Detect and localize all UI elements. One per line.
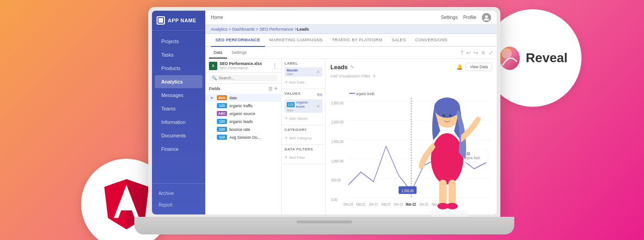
sub-tab-settings[interactable]: Settings: [227, 47, 252, 58]
sidebar-item-archive[interactable]: Archive: [152, 188, 205, 199]
file-sub: SEO Performance: [220, 66, 270, 70]
file-info: SEO Performance.xlsx SEO Performance: [220, 61, 270, 70]
maximize-icon[interactable]: ⤢: [488, 50, 493, 56]
add-category-button[interactable]: + Add Category: [284, 134, 322, 142]
add-values-button[interactable]: + Add Values: [284, 114, 322, 123]
svg-text:Mar-21: Mar-21: [356, 202, 366, 207]
fields-title: Fields: [209, 86, 221, 91]
field-item-bounce-rate[interactable]: 123 bounce rate: [205, 125, 281, 133]
fields-filter-icon[interactable]: ☰: [268, 86, 272, 91]
viz-config-panel: LABEL Month date ✕: [282, 59, 326, 214]
field-name-bounce-rate: bounce rate: [229, 127, 250, 132]
field-item-organic-traffic[interactable]: 123 organic traffic: [205, 102, 281, 110]
svg-text:0.00: 0.00: [331, 197, 337, 202]
svg-point-43: [447, 203, 458, 209]
field-name-avg-session: Avg Session Du...: [229, 135, 260, 140]
filter-text: Add Visualization Filter: [330, 74, 370, 78]
data-file-header: X SEO Performance.xlsx SEO Performance ⋮: [205, 59, 281, 73]
field-item-organic-leads[interactable]: 123 organic leads: [205, 117, 281, 125]
viz-label-section: LABEL Month date ✕: [282, 59, 325, 89]
chart-title: Leads: [330, 64, 348, 71]
fields-section-header: Fields ☰ +: [205, 84, 281, 94]
sidebar-item-analytics[interactable]: Analytics: [155, 75, 202, 88]
svg-text:Dec-21: Dec-21: [394, 202, 403, 207]
viz-label-field-remove[interactable]: ✕: [316, 70, 320, 74]
sidebar-item-finance[interactable]: Finance: [155, 143, 202, 156]
field-item-organic-source[interactable]: ABC organic source: [205, 110, 281, 117]
field-type-num: 123: [217, 119, 227, 124]
svg-text:2,500.00: 2,500.00: [331, 100, 344, 105]
svg-point-45: [442, 114, 445, 117]
search-bar: 🔍: [205, 73, 281, 84]
viz-label-field[interactable]: Month date ✕: [284, 67, 322, 77]
excel-icon: X: [209, 62, 217, 70]
svg-text:Sep-21: Sep-21: [381, 202, 391, 207]
svg-point-37: [431, 133, 463, 184]
svg-point-5: [502, 48, 512, 58]
values-field-name: organic leads: [296, 100, 316, 109]
sidebar-item-teams[interactable]: Teams: [155, 102, 202, 115]
file-name: SEO Performance.xlsx: [220, 61, 270, 66]
svg-point-6: [485, 15, 488, 18]
chart-title-edit-icon[interactable]: ✎: [350, 65, 354, 70]
field-item-date[interactable]: ▶ date date: [205, 94, 281, 102]
user-avatar[interactable]: [482, 13, 491, 22]
breadcrumb-path: Analytics > Dashboards > SEO Performance…: [211, 27, 297, 32]
filter-add-button[interactable]: +: [373, 73, 376, 79]
settings-link[interactable]: Settings: [441, 15, 458, 20]
field-expand-arrow: ▶: [211, 96, 215, 100]
tab-marketing-campaigns[interactable]: MARKETING CAMPAIGNS: [265, 34, 328, 47]
sidebar-item-documents[interactable]: Documents: [155, 129, 202, 142]
field-item-avg-session[interactable]: 123 Avg Session Du...: [205, 133, 281, 141]
app-logo-icon: [157, 16, 165, 25]
close-icon[interactable]: ✕: [481, 50, 486, 56]
svg-point-39: [434, 97, 460, 118]
help-icon[interactable]: ?: [460, 50, 463, 56]
fields-list: ▶ date date 123 organic traffic: [205, 94, 281, 214]
svg-text:Dec-20: Dec-20: [344, 202, 354, 207]
sidebar-item-tasks[interactable]: Tasks: [155, 48, 202, 61]
reveal-logo-icon: [498, 45, 521, 71]
character-illustration: [408, 66, 486, 224]
svg-rect-41: [448, 180, 456, 205]
home-link[interactable]: Home: [211, 15, 223, 20]
search-input[interactable]: [219, 76, 275, 80]
viz-filters-section: DATA FILTERS + Add Filter: [282, 145, 325, 164]
svg-text:organic leads: organic leads: [356, 91, 374, 97]
values-field-remove[interactable]: ✕: [316, 104, 320, 109]
sidebar-item-report[interactable]: Report: [152, 199, 205, 211]
top-nav-left: Home: [211, 15, 223, 20]
sidebar-item-information[interactable]: Information: [155, 116, 202, 129]
add-filter-button[interactable]: + Add Filter: [284, 153, 322, 162]
tab-seo-performance[interactable]: SEO PERFORMANCE: [211, 34, 265, 47]
field-type-abc: ABC: [217, 111, 227, 116]
field-type-num: 123: [217, 135, 227, 140]
field-type-num: 123: [217, 103, 227, 108]
file-menu-button[interactable]: ⋮: [272, 63, 278, 69]
tab-conversions[interactable]: CONVERSIONS: [410, 34, 452, 47]
sidebar-item-projects[interactable]: Projects: [155, 35, 202, 48]
field-name-organic-source: organic source: [229, 111, 255, 116]
svg-text:500.00: 500.00: [331, 177, 341, 183]
redo-icon[interactable]: ↪: [474, 50, 478, 56]
tab-sales[interactable]: SALES: [387, 34, 410, 47]
svg-text:2,000.00: 2,000.00: [331, 119, 344, 125]
viz-values-field[interactable]: 123 organic leads Sum ✕: [284, 99, 322, 113]
field-type-num: 123: [217, 127, 227, 132]
add-date-button[interactable]: + Add Date: [284, 78, 322, 86]
fields-add-icon[interactable]: +: [274, 85, 278, 92]
values-type-icon: 123: [287, 102, 295, 107]
sidebar: APP NAME Projects Tasks Products Analyti…: [152, 11, 205, 214]
sidebar-logo: APP NAME: [152, 11, 205, 31]
sidebar-item-products[interactable]: Products: [155, 62, 202, 75]
data-panel: X SEO Performance.xlsx SEO Performance ⋮: [205, 59, 282, 214]
sub-tab-data[interactable]: Data: [209, 47, 227, 58]
app-name: APP NAME: [168, 18, 196, 23]
undo-icon[interactable]: ↩: [466, 50, 471, 56]
viz-label-title: LABEL: [284, 61, 322, 65]
viz-label-field-sub: date: [287, 72, 298, 76]
profile-link[interactable]: Profile: [463, 15, 476, 20]
tab-traffic-by-platform[interactable]: TRAFFIC BY PLATFORM: [328, 34, 387, 47]
fx-button[interactable]: f(x): [317, 92, 322, 97]
sidebar-item-messages[interactable]: Messages: [155, 89, 202, 102]
